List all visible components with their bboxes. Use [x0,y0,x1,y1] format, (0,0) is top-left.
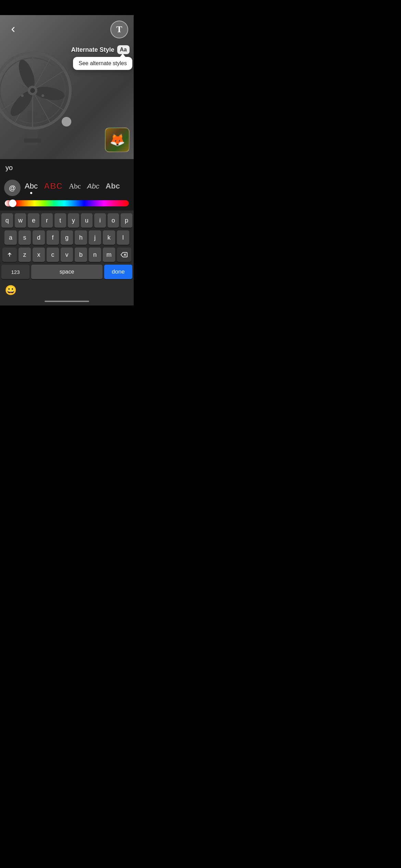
emoji-button[interactable]: 😀 [5,285,17,296]
key-o[interactable]: o [108,213,119,228]
key-h[interactable]: h [75,230,87,245]
svg-rect-1 [24,138,41,143]
key-p[interactable]: p [121,213,132,228]
key-m[interactable]: m [103,248,115,262]
keyboard-row-1: q w e r t y u i o p [1,213,132,228]
key-b[interactable]: b [75,248,87,262]
style-option-5[interactable]: Abc [104,180,122,195]
style-5-text: Abc [106,182,120,191]
style-5-indicator [112,192,114,194]
status-bar [0,0,134,15]
back-icon [9,25,17,34]
tooltip: See alternate styles [73,57,132,70]
style-1-text: Abc [25,182,38,191]
color-slider-thumb[interactable] [9,200,16,207]
shift-key[interactable] [2,248,17,262]
key-i[interactable]: i [94,213,106,228]
key-t[interactable]: t [54,213,66,228]
keyboard-bottom-row: 123 space done [1,265,132,279]
key-n[interactable]: n [89,248,101,262]
key-u[interactable]: u [81,213,93,228]
key-g[interactable]: g [61,230,73,245]
t-icon: T [116,24,122,35]
style-selector: @ Abc ABC Abc Abc Abc [0,177,134,196]
home-indicator [0,299,134,305]
alternate-style-row: Alternate Style Aa [71,45,130,54]
aa-button[interactable]: Aa [117,45,130,54]
style-4-indicator [92,192,94,194]
color-slider-container [0,196,134,210]
space-key[interactable]: space [31,265,102,279]
style-option-4[interactable]: Abc [85,181,101,195]
key-k[interactable]: k [103,230,115,245]
svg-point-15 [41,94,44,97]
key-v[interactable]: v [61,248,73,262]
avatar-image: 🦊 [110,133,125,147]
style-3-indicator [74,192,76,194]
style-2-indicator [52,192,54,194]
style-option-2[interactable]: ABC [42,180,65,196]
text-input-area[interactable]: yo [0,159,134,177]
style-option-1[interactable]: Abc [23,180,40,195]
at-symbol: @ [9,184,16,192]
svg-point-14 [21,94,24,97]
alternate-style-label: Alternate Style [71,46,114,53]
back-button[interactable] [5,22,21,37]
key-x[interactable]: x [33,248,45,262]
svg-point-9 [16,58,38,91]
avatar-thumbnail[interactable]: 🦊 [105,128,130,152]
done-key[interactable]: done [104,265,132,279]
text-style-button[interactable]: T [110,21,128,38]
camera-area: T Alternate Style Aa See See alternate s… [0,15,134,159]
key-c[interactable]: c [47,248,59,262]
backspace-key[interactable] [117,248,131,262]
svg-point-13 [30,88,35,93]
style-4-text: Abc [87,182,99,190]
keyboard-row-2: a s d f g h j k l [1,230,132,245]
color-slider[interactable] [5,200,129,206]
key-d[interactable]: d [33,230,45,245]
text-input-display: yo [5,164,128,173]
mention-button[interactable]: @ [4,180,21,196]
key-a[interactable]: a [4,230,17,245]
style-3-text: Abc [69,182,81,191]
key-z[interactable]: z [19,248,31,262]
key-e[interactable]: e [28,213,39,228]
key-r[interactable]: r [41,213,53,228]
key-l[interactable]: l [117,230,129,245]
key-q[interactable]: q [1,213,13,228]
key-y[interactable]: y [68,213,80,228]
key-f[interactable]: f [47,230,59,245]
keyboard-row-3: z x c v b n m [1,248,132,262]
key-j[interactable]: j [89,230,101,245]
style-1-indicator [30,192,32,194]
style-2-text: ABC [44,181,63,191]
position-indicator [62,117,71,126]
emoji-bar: 😀 [0,282,134,299]
style-option-3[interactable]: Abc [67,181,83,195]
key-w[interactable]: w [15,213,26,228]
numbers-key[interactable]: 123 [1,265,29,279]
key-s[interactable]: s [19,230,31,245]
keyboard: q w e r t y u i o p a s d f g h j k l z … [0,210,134,282]
home-bar [45,301,89,302]
